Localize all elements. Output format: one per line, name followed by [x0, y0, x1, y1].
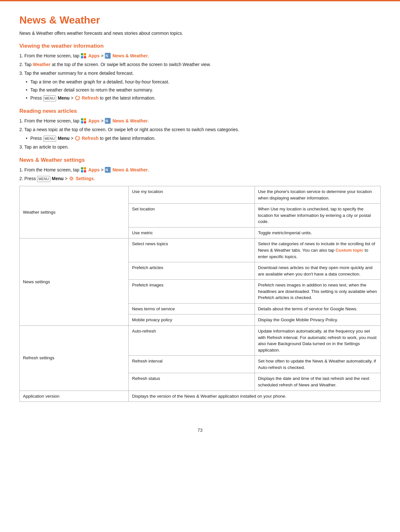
svg-rect-10 — [84, 121, 86, 123]
setting-prefetch-articles: Prefetch articles — [129, 262, 255, 280]
bullet-item: Tap the weather detail screen to return … — [26, 87, 381, 93]
table-row: Refresh settings Auto-refresh Update inf… — [20, 326, 381, 356]
desc-news-terms: Details about the terms of service for G… — [255, 303, 380, 314]
apps-icon-2 — [81, 118, 86, 124]
svg-rect-0 — [81, 53, 83, 55]
desc-use-metric: Toggle metric/imperial units. — [255, 227, 380, 238]
page-number: 73 — [197, 428, 203, 433]
nw-icon-2: N — [105, 118, 111, 124]
table-row: Application version Displays the version… — [20, 391, 381, 402]
setting-prefetch-images: Prefetch images — [129, 280, 255, 304]
refresh-icon — [75, 95, 80, 101]
table-row: Weather settings Use my location Use the… — [20, 186, 381, 204]
settings-icon — [69, 176, 74, 181]
svg-rect-9 — [81, 121, 83, 123]
svg-rect-7 — [81, 118, 83, 121]
desc-refresh-status: Displays the date and time of the last r… — [255, 373, 380, 391]
desc-auto-refresh: Update information automatically, at the… — [255, 326, 380, 356]
group-refresh-settings: Refresh settings — [20, 326, 129, 391]
step-1-reading: 1. From the Home screen, tap Apps > N Ne… — [19, 118, 381, 124]
svg-rect-8 — [84, 118, 86, 121]
svg-text:N: N — [105, 119, 108, 123]
step-2-settings: 2. Press MENU Menu > Settings. — [19, 175, 381, 182]
settings-table: Weather settings Use my location Use the… — [19, 186, 381, 402]
intro-text: News & Weather offers weather forecasts … — [19, 31, 381, 36]
desc-refresh-interval: Set how often to update the News & Weath… — [255, 356, 380, 373]
bullet-item: Press MENU Menu > Refresh to get the lat… — [26, 95, 381, 102]
desc-prefetch-articles: Download news articles so that they open… — [255, 262, 380, 280]
page-footer: 73 — [0, 421, 400, 436]
svg-marker-13 — [78, 136, 79, 137]
section-heading-reading: Reading news articles — [19, 108, 381, 114]
svg-marker-6 — [78, 96, 79, 97]
step-3-reading: 3. Tap an article to open. — [19, 144, 381, 150]
bullet-list-reading: Press MENU Menu > Refresh to get the lat… — [26, 135, 381, 142]
svg-text:N: N — [105, 54, 108, 58]
setting-refresh-interval: Refresh interval — [129, 356, 255, 373]
step-2-viewing: 2. Tap Weather at the top of the screen.… — [19, 61, 381, 68]
step-3-viewing: 3. Tap the weather summary for a more de… — [19, 70, 381, 77]
step-1-settings: 1. From the Home screen, tap Apps > N Ne… — [19, 167, 381, 173]
section-heading-viewing: Viewing the weather information — [19, 43, 381, 49]
desc-prefetch-images: Prefetch news images in addition to news… — [255, 280, 380, 304]
bullet-item: Tap a time on the weather graph for a de… — [26, 79, 381, 85]
bullet-item: Press MENU Menu > Refresh to get the lat… — [26, 135, 381, 142]
setting-set-location: Set location — [129, 204, 255, 227]
svg-rect-15 — [84, 167, 86, 169]
svg-rect-2 — [81, 56, 83, 58]
setting-use-metric: Use metric — [129, 227, 255, 238]
svg-point-21 — [70, 177, 73, 180]
menu-badge-2: MENU — [43, 136, 56, 142]
nw-icon-3: N — [105, 167, 111, 173]
svg-rect-14 — [81, 167, 83, 169]
table-row: News settings Select news topics Select … — [20, 238, 381, 262]
svg-rect-3 — [84, 56, 86, 58]
setting-mobile-privacy: Mobile privacy policy — [129, 314, 255, 326]
apps-icon-3 — [81, 167, 86, 173]
group-app-version: Application version — [20, 391, 129, 402]
group-news-settings: News settings — [20, 238, 129, 326]
group-weather-settings: Weather settings — [20, 186, 129, 238]
setting-auto-refresh: Auto-refresh — [129, 326, 255, 356]
setting-refresh-status: Refresh status — [129, 373, 255, 391]
step-1-viewing: 1. From the Home screen, tap Apps > N Ne… — [19, 53, 381, 59]
desc-app-version: Displays the version of the News & Weath… — [129, 391, 381, 402]
refresh-icon-2 — [75, 136, 80, 141]
page-title: News & Weather — [19, 14, 381, 26]
setting-use-my-location: Use my location — [129, 186, 255, 204]
svg-point-20 — [70, 178, 72, 179]
svg-text:N: N — [105, 168, 108, 172]
svg-rect-17 — [84, 170, 86, 172]
apps-icon — [81, 53, 86, 59]
desc-mobile-privacy: Display the Google Mobile Privacy Policy… — [255, 314, 380, 326]
setting-news-terms: News terms of service — [129, 303, 255, 314]
svg-rect-1 — [84, 53, 86, 55]
desc-use-my-location: Use the phone's location service to dete… — [255, 186, 380, 204]
step-2-reading: 2. Tap a news topic at the top of the sc… — [19, 126, 381, 133]
setting-select-news-topics: Select news topics — [129, 238, 255, 262]
page-content: News & Weather News & Weather offers wea… — [0, 1, 400, 421]
svg-rect-16 — [81, 170, 83, 172]
menu-badge: MENU — [43, 95, 56, 102]
menu-badge-3: MENU — [37, 176, 50, 182]
desc-set-location: When Use my location is unchecked, tap t… — [255, 204, 380, 227]
section-heading-settings: News & Weather settings — [19, 157, 381, 163]
nw-icon-1: N — [105, 53, 111, 59]
desc-select-news-topics: Select the categories of news to include… — [255, 238, 380, 262]
bullet-list-viewing: Tap a time on the weather graph for a de… — [26, 79, 381, 102]
